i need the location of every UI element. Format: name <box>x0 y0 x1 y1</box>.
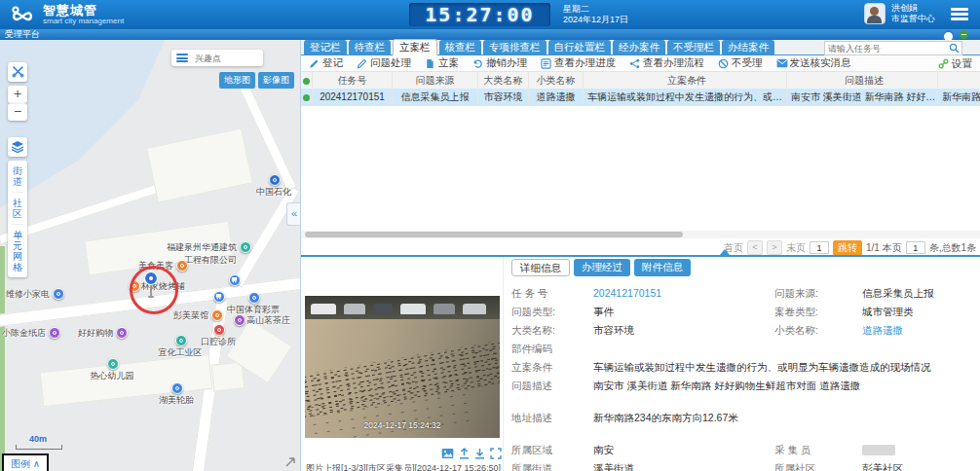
poi-label: 高山茗茶庄 <box>246 314 290 327</box>
page-number-input[interactable] <box>810 241 829 254</box>
toolbar-label: 查看办理流程 <box>643 56 704 70</box>
page-size-input[interactable] <box>906 241 925 254</box>
detail-field-row: 地址描述新华南路234的东南方向12.67米 <box>511 409 980 427</box>
collector-name-masked <box>862 445 895 455</box>
zoom-in-button[interactable]: + <box>8 86 27 103</box>
poi-label: 热心幼儿园 <box>91 370 134 382</box>
map-measure-button[interactable] <box>8 62 27 82</box>
toolbar-button[interactable]: 立案 <box>425 56 459 70</box>
next-page-button[interactable]: > <box>767 240 782 255</box>
map-building <box>146 127 253 203</box>
poi-label: 彭美菜馆 <box>173 309 208 322</box>
incident-photo[interactable]: 2024-12-17 15:24:32 <box>305 296 500 438</box>
task-search-box <box>824 41 962 55</box>
task-search-input[interactable] <box>825 44 949 54</box>
field-label: 问题类型: <box>511 303 593 321</box>
link-icon <box>938 58 949 69</box>
case-tab[interactable]: 核查栏 <box>439 40 482 54</box>
detail-tab[interactable]: 办理经过 <box>574 259 630 276</box>
fullscreen-icon[interactable] <box>490 448 502 460</box>
field-label: 案卷类型: <box>774 303 862 321</box>
status-green-icon[interactable] <box>960 30 968 39</box>
logo-icon <box>10 4 35 25</box>
search-icon[interactable] <box>949 43 960 54</box>
bus-stop-icon <box>229 274 241 286</box>
menu-icon[interactable] <box>951 8 968 21</box>
prev-page-button[interactable]: < <box>747 240 763 255</box>
case-tab[interactable]: 经办案件 <box>613 40 665 54</box>
toolbar-button[interactable]: 不受理 <box>718 56 763 70</box>
detail-field-row: 部件编码 <box>511 340 980 358</box>
horizontal-scrollbar-thumb[interactable] <box>305 232 683 237</box>
region-tabs: 街道社区单元网格 <box>8 161 27 277</box>
detail-field-row: 立案条件车辆运输或装卸过程中发生遗撒的行为、或明显为车辆遗撒造成的现场情况 <box>511 358 980 377</box>
field-label: 所属社区 <box>774 459 862 471</box>
map-layers-button[interactable] <box>8 137 27 157</box>
incident-pin-icon[interactable] <box>142 271 160 304</box>
photo-caption: 图片上报[1-3/3][市区采集员][2024-12-17 15:26:50] <box>305 462 502 471</box>
upload-icon[interactable] <box>459 448 470 460</box>
poi-marker-icon <box>211 309 223 321</box>
zoom-out-button[interactable]: − <box>8 103 27 121</box>
platform-bar: 受理平台 <box>0 29 980 40</box>
map-menu-icon[interactable] <box>176 54 188 62</box>
toolbar-button[interactable]: 发送核实消息 <box>776 56 851 70</box>
case-tab[interactable]: 登记栏 <box>304 40 347 54</box>
table-cell: 信息采集员上报 <box>393 89 478 106</box>
case-tab[interactable]: 自行处置栏 <box>548 40 612 54</box>
field-label: 任 务 号 <box>511 284 593 303</box>
toolbar-button[interactable]: 问题处理 <box>357 56 411 70</box>
app-logo: 智慧城管 smart city management <box>10 4 124 25</box>
case-tab[interactable]: 待查栏 <box>349 40 392 54</box>
table-cell: 新华南路234的东南方向12.67米 <box>938 89 980 106</box>
toolbar-button[interactable]: 查看办理流程 <box>629 56 704 70</box>
terrain-map-button[interactable]: 地形图 <box>219 72 255 89</box>
tab-accept-platform[interactable]: 受理平台 <box>5 29 40 39</box>
last-page-button[interactable]: 末页 <box>786 241 806 255</box>
poi-marker-icon <box>53 288 64 300</box>
column-header: 立案条件 <box>584 72 787 89</box>
jump-button[interactable]: 跳转 <box>833 240 862 256</box>
user-block[interactable]: 洪创娟 市监督中心 <box>864 3 935 24</box>
image-icon[interactable] <box>441 448 454 460</box>
field-value: 新华南路234的东南方向12.67米 <box>593 409 980 427</box>
poi-marker-icon <box>176 260 188 272</box>
detail-tab[interactable]: 详细信息 <box>511 259 570 276</box>
map-panel[interactable]: 中国石化福建泉州华通建筑工程有限公司美食美客维修小家电林家烧烤铺中国体育彩票彭美… <box>0 40 300 471</box>
detail-field-row: 大类名称:市容环境小类名称:道路遗撒 <box>511 321 980 340</box>
detail-tabbar: 详细信息办理经过附件信息 <box>511 259 980 276</box>
detail-field-row: 任 务 号202412170151问题来源:信息采集员上报 <box>511 284 980 303</box>
toolbar-button[interactable]: 撤销办理 <box>472 56 527 70</box>
region-tab[interactable]: 社区 <box>12 193 23 225</box>
map-corner-icon[interactable] <box>284 456 296 470</box>
detail-tab[interactable]: 附件信息 <box>634 259 691 276</box>
region-tab[interactable]: 街道 <box>12 161 23 193</box>
settings-button[interactable]: 设置 <box>938 55 972 72</box>
satellite-map-button[interactable]: 影像图 <box>258 72 294 89</box>
download-icon[interactable] <box>474 448 485 460</box>
map-search-input[interactable] <box>193 53 259 64</box>
case-tab[interactable]: 不受理栏 <box>667 40 720 54</box>
poi-label: 小陈金纸店 <box>2 327 46 340</box>
column-header: 地址描述 <box>938 72 980 89</box>
table-row[interactable]: 202412170151信息采集员上报市容环境道路遗撒车辆运输或装卸过程中发生遗… <box>301 89 980 106</box>
poi-label: 中国石化 <box>256 186 291 199</box>
field-value: 信息采集员上报 <box>862 284 980 303</box>
case-tab[interactable]: 办结案件 <box>722 40 774 54</box>
collapse-panel-button[interactable]: « <box>286 202 300 226</box>
table-cell: 南安市 溪美街道 新华南路 好好购物生鲜超市对面 道路遗撒 <box>787 89 938 106</box>
toolbar-button[interactable]: 查看办理进度 <box>541 56 616 70</box>
table-header-row: 任务号问题来源大类名称小类名称立案条件问题描述地址描述 <box>301 72 980 90</box>
toolbar-button[interactable]: 登记 <box>309 56 343 70</box>
case-tab[interactable]: 专项排查栏 <box>483 40 547 54</box>
field-value[interactable]: 202412170151 <box>593 284 774 303</box>
legend-button[interactable]: 图例 ∧ <box>2 453 49 471</box>
poi-marker-icon <box>107 358 119 370</box>
detail-fields-column: 详细信息办理经过附件信息 任 务 号202412170151问题来源:信息采集员… <box>503 257 980 471</box>
table-cell: 道路遗撒 <box>529 89 584 106</box>
weekday-label: 星期二 <box>563 4 628 15</box>
region-tab[interactable]: 单元网格 <box>12 225 23 277</box>
status-dot-icon <box>303 78 310 85</box>
case-tab[interactable]: 立案栏 <box>393 39 437 55</box>
field-value[interactable]: 道路遗撒 <box>862 321 980 340</box>
